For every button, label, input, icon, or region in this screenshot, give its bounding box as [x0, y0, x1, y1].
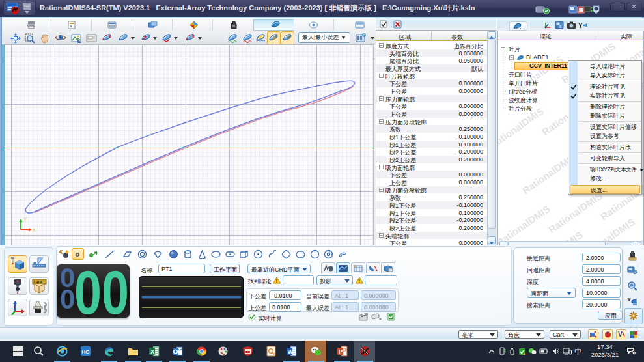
svg-text:Y: Y	[24, 217, 27, 221]
svg-text:!: !	[275, 278, 277, 284]
svg-text:V: V	[618, 331, 623, 338]
svg-text:!: !	[358, 278, 360, 284]
svg-text:P: P	[339, 348, 343, 355]
svg-text:1: 1	[634, 350, 636, 355]
svg-text:W: W	[288, 348, 294, 355]
svg-text:X: X	[33, 228, 36, 232]
svg-text:D: D	[363, 33, 366, 37]
svg-text:UBA: UBA	[34, 280, 43, 284]
svg-text:Y: Y	[627, 296, 631, 303]
svg-text:X: X	[150, 348, 154, 355]
svg-text:Y: Y	[578, 22, 583, 29]
svg-text:HG: HG	[82, 349, 90, 355]
